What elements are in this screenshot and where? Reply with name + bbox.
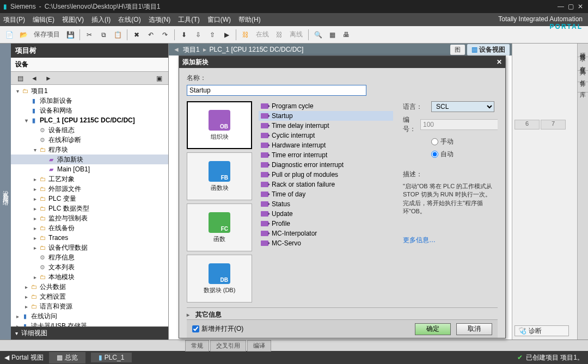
minimize-button[interactable]: — <box>556 3 565 10</box>
undo-icon[interactable]: ↶ <box>145 29 157 41</box>
print-icon[interactable]: 🖶 <box>340 29 352 41</box>
cancel-button[interactable]: 取消 <box>456 323 492 335</box>
view-tab-unknown[interactable]: 图 <box>450 45 465 55</box>
other-info-header[interactable]: ▸ 其它信息 <box>187 307 498 319</box>
save-label[interactable]: 保存项目 <box>34 30 60 39</box>
radio-manual[interactable]: 手动 <box>431 137 494 146</box>
ob-row[interactable]: MC-Interpolator <box>259 229 393 238</box>
ob-row[interactable]: Update <box>259 209 393 219</box>
compile-icon[interactable]: ⬇ <box>178 29 190 41</box>
tree-row[interactable]: ▾🗀项目1 <box>11 86 168 96</box>
block-type-fb[interactable]: FB函数块 <box>187 152 252 200</box>
tree-row[interactable]: ▸🗀工艺对象 <box>11 174 168 184</box>
tree-back-icon[interactable]: ◄ <box>28 72 40 84</box>
tree-row[interactable]: ▰添加新块 <box>11 155 168 164</box>
stab-plc1[interactable]: ▮ PLC_1 <box>91 353 132 362</box>
more-info-link[interactable]: 更多信息… <box>403 236 494 245</box>
tree-row[interactable]: ▸🗀在线备份 <box>11 223 168 233</box>
rtab-tasks[interactable]: 任务 <box>578 71 588 82</box>
block-type-ob[interactable]: OB组织块 <box>187 101 252 149</box>
dialog-close-icon[interactable]: ✕ <box>497 58 502 66</box>
left-side-tab[interactable]: 设备与网络 <box>0 44 11 340</box>
go-offline-icon[interactable]: ⛓ <box>273 29 285 41</box>
open-project-icon[interactable]: 📂 <box>17 29 29 41</box>
ob-row[interactable]: Profile <box>259 219 393 229</box>
save-icon[interactable]: 💾 <box>64 29 76 41</box>
menu-online[interactable]: 在线(O) <box>118 15 140 24</box>
tree-fwd-icon[interactable]: ► <box>42 72 54 84</box>
ob-row[interactable]: Status <box>259 199 393 209</box>
menu-insert[interactable]: 插入(I) <box>91 15 111 24</box>
tree-row[interactable]: ▰Main [OB1] <box>11 164 168 174</box>
download-icon[interactable]: ⇩ <box>192 29 204 41</box>
rtab-libraries[interactable]: 库 <box>578 82 588 92</box>
bc-prev-icon[interactable]: ◄ <box>173 46 180 53</box>
rtab-hw-catalog[interactable]: 硬件目录 <box>578 44 588 57</box>
ob-row[interactable]: Time delay interrupt <box>259 121 393 131</box>
ob-row[interactable]: Program cycle <box>259 101 393 111</box>
ob-row[interactable]: MC-Servo <box>259 238 393 248</box>
tree-row[interactable]: ⚙文本列表 <box>11 262 168 272</box>
paste-icon[interactable]: 📋 <box>112 29 124 41</box>
ob-row[interactable]: Startup <box>259 111 393 121</box>
new-project-icon[interactable]: 📄 <box>3 29 15 41</box>
block-type-fc[interactable]: FC函数 <box>187 203 252 251</box>
ob-row[interactable]: Time error interrupt <box>259 150 393 160</box>
tree-row[interactable]: ▸🗀外部源文件 <box>11 184 168 194</box>
tree-row[interactable]: ▸▮读卡器/USB 存储器 <box>11 321 168 326</box>
ob-row[interactable]: Cyclic interrupt <box>259 131 393 140</box>
btab-crossref[interactable]: 交叉引用 <box>210 340 246 351</box>
go-online-icon[interactable]: ⛓ <box>240 29 252 41</box>
menu-view[interactable]: 视图(V) <box>62 15 84 24</box>
tree-tool-icon[interactable]: ▤ <box>14 72 26 84</box>
rtab-online-tools[interactable]: 在线工具 <box>578 57 588 71</box>
tree-row[interactable]: ▸🗀公共数据 <box>11 282 168 292</box>
redo-icon[interactable]: ↷ <box>159 29 171 41</box>
tree-row[interactable]: ⚙在线和诊断 <box>11 135 168 145</box>
tree-row[interactable]: ⚙程序信息 <box>11 252 168 262</box>
devices-tab[interactable]: 设备 <box>11 58 168 72</box>
ok-button[interactable]: 确定 <box>415 323 451 335</box>
stab-overview[interactable]: ▦ 总览 <box>49 352 85 363</box>
menu-tools[interactable]: 工具(T) <box>178 15 199 24</box>
ob-type-list[interactable]: Program cycleStartupTime delay interrupt… <box>256 101 395 305</box>
tree-row[interactable]: ▸🗀监控与强制表 <box>11 213 168 223</box>
slot-header-6[interactable]: 6 <box>514 120 540 129</box>
tree-row[interactable]: ⚙设备组态 <box>11 125 168 135</box>
ob-row[interactable]: Time of day <box>259 189 393 199</box>
tree-row[interactable]: ▸🗀PLC 变量 <box>11 194 168 203</box>
menu-help[interactable]: 帮助(H) <box>238 15 261 24</box>
radio-auto[interactable]: 自动 <box>431 150 494 159</box>
tree-row[interactable]: ▸🗀文档设置 <box>11 292 168 301</box>
ob-row[interactable]: Rack or station failure <box>259 180 393 189</box>
project-tree[interactable]: ▾🗀项目1▮添加新设备▮设备和网络▾▮PLC_1 [CPU 1215C DC/D… <box>11 85 168 326</box>
cross-ref-icon[interactable]: ▦ <box>326 29 338 41</box>
tree-row[interactable]: ▾▮PLC_1 [CPU 1215C DC/DC/DC] <box>11 115 168 125</box>
upload-icon[interactable]: ⇧ <box>206 29 218 41</box>
btab-compile[interactable]: 编译 <box>247 340 271 351</box>
maximize-button[interactable]: ▢ <box>566 3 575 10</box>
tree-row[interactable]: ▮设备和网络 <box>11 106 168 115</box>
tree-row[interactable]: ▸🗀设备代理数据 <box>11 243 168 252</box>
ob-row[interactable]: Pull or plug of modules <box>259 170 393 180</box>
btab-general[interactable]: 常规 <box>185 340 209 351</box>
tree-row[interactable]: ▸▮在线访问 <box>11 311 168 321</box>
cut-icon[interactable]: ✂ <box>83 29 95 41</box>
diagnostics-button[interactable]: 🩺 诊断 <box>514 325 569 336</box>
tree-row[interactable]: ▸🗀Traces <box>11 233 168 243</box>
language-select[interactable]: SCL <box>431 101 494 112</box>
tree-row[interactable]: ▮添加新设备 <box>11 96 168 106</box>
delete-icon[interactable]: ✖ <box>131 29 143 41</box>
ob-row[interactable]: Diagnostic error interrupt <box>259 160 393 170</box>
simulate-icon[interactable]: ▶ <box>220 29 232 41</box>
menu-window[interactable]: 窗口(W) <box>207 15 231 24</box>
tree-row[interactable]: ▸🗀本地模块 <box>11 272 168 282</box>
block-name-input[interactable] <box>187 85 366 96</box>
tree-row[interactable]: ▸🗀语言和资源 <box>11 301 168 311</box>
tree-row[interactable]: ▾🗀程序块 <box>11 145 168 155</box>
menu-project[interactable]: 项目(P) <box>3 15 25 24</box>
tree-row[interactable]: ▸🗀PLC 数据类型 <box>11 203 168 213</box>
view-tab-device[interactable]: ▥ 设备视图 <box>467 44 510 55</box>
ob-row[interactable]: Hardware interrupt <box>259 140 393 150</box>
open-after-create-checkbox[interactable]: 新增并打开(O) <box>192 324 243 334</box>
